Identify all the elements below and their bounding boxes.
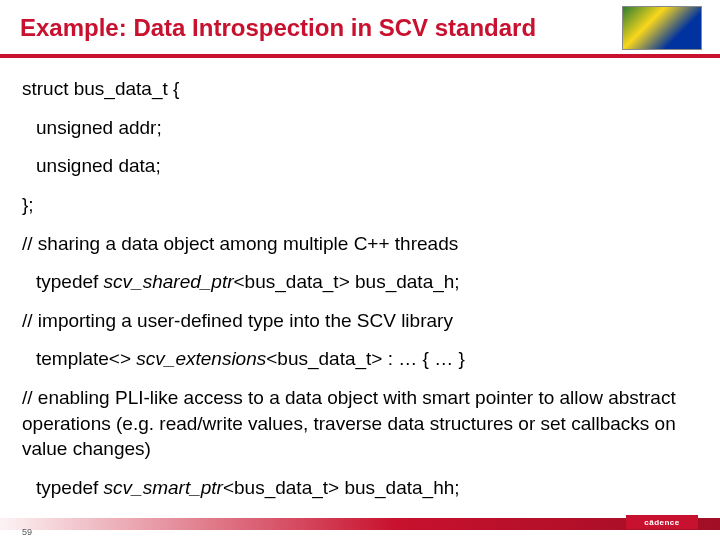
slide-body: struct bus_data_t { unsigned addr; unsig… (0, 58, 720, 501)
code-comment-sharing: // sharing a data object among multiple … (22, 231, 698, 257)
code-line-struct: struct bus_data_t { (22, 76, 698, 102)
code-text: typedef (36, 271, 104, 292)
code-line-close: }; (22, 192, 698, 218)
code-line-typedef-shared: typedef scv_shared_ptr<bus_data_t> bus_d… (22, 269, 698, 295)
code-keyword-extensions: scv_extensions (136, 348, 266, 369)
code-text: <bus_data_t> bus_data_h; (234, 271, 460, 292)
code-comment-importing: // importing a user-defined type into th… (22, 308, 698, 334)
code-line-template: template<> scv_extensions<bus_data_t> : … (22, 346, 698, 372)
code-line-data: unsigned data; (22, 153, 698, 179)
code-comment-pli: // enabling PLI-like access to a data ob… (22, 385, 698, 462)
code-text: <bus_data_t> : … { … } (266, 348, 465, 369)
code-keyword-smart-ptr: scv_smart_ptr (104, 477, 223, 498)
brazil-flag-logo (622, 6, 702, 50)
code-text: <bus_data_t> bus_data_hh; (223, 477, 460, 498)
slide-title: Example: Data Introspection in SCV stand… (20, 14, 536, 42)
code-line-typedef-smart: typedef scv_smart_ptr<bus_data_t> bus_da… (22, 475, 698, 501)
slide-header: Example: Data Introspection in SCV stand… (0, 0, 720, 58)
footer-gradient-bar (0, 518, 720, 530)
cadence-logo: cādence (626, 515, 698, 529)
code-text: typedef (36, 477, 104, 498)
code-text: template<> (36, 348, 136, 369)
page-number: 59 (22, 527, 32, 537)
code-line-addr: unsigned addr; (22, 115, 698, 141)
code-keyword-shared-ptr: scv_shared_ptr (104, 271, 234, 292)
cadence-logo-text: cādence (644, 518, 680, 527)
